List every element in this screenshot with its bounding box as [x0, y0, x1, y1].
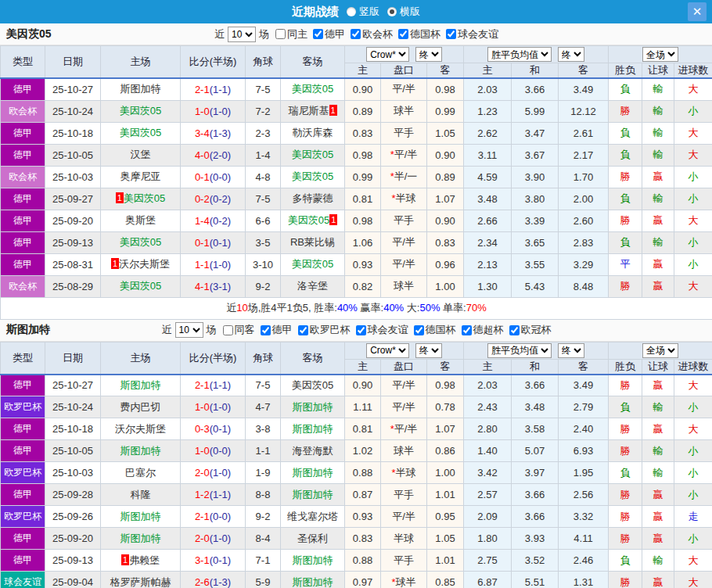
radio-icon-selected[interactable] [387, 7, 397, 16]
avg-home: 2.34 [464, 231, 512, 253]
league-checkbox[interactable] [351, 29, 361, 39]
handicap: *半球 [381, 188, 427, 210]
odds-source-select[interactable]: Crow* [366, 47, 409, 62]
league-filter[interactable]: 德国杯 [408, 323, 456, 337]
final-odds-select[interactable]: 终 [415, 343, 442, 358]
col-away-odds: 客 [427, 359, 464, 375]
avg-draw: 5.43 [512, 275, 559, 297]
away-odds: 0.78 [427, 396, 464, 418]
league-checkbox[interactable] [398, 29, 408, 39]
home-team: 斯图加特 [101, 506, 181, 528]
league-checkbox[interactable] [414, 325, 424, 335]
close-icon[interactable]: ✕ [688, 2, 707, 21]
handicap: 平/半 [381, 506, 427, 528]
result-goals: 大 [674, 122, 712, 144]
result-goals: 大 [674, 275, 712, 297]
final-avg-select[interactable]: 终 [558, 343, 584, 358]
layout-option-vertical[interactable]: 竖版 [339, 5, 379, 19]
avg-away: 2.79 [559, 396, 609, 418]
league-filter[interactable]: 球会友谊 [351, 323, 408, 337]
league-filter[interactable]: 球会友谊 [441, 27, 498, 41]
away-odds: 0.85 [427, 572, 464, 588]
league-checkbox[interactable] [313, 29, 323, 39]
col-goals: 进球数 [674, 359, 712, 375]
recent-count-select[interactable]: 10 [175, 322, 203, 338]
league-filter[interactable]: 德甲 [307, 27, 345, 41]
match-type-badge: 欧会杯 [1, 166, 45, 188]
team-label: 沃尔夫斯堡 [119, 258, 170, 270]
col-away-odds: 客 [427, 63, 464, 79]
away-odds: 1.01 [427, 550, 464, 572]
avg-home: 2.57 [464, 484, 512, 506]
team-label: 瑞尼斯基 [289, 105, 329, 117]
col-let-goal: 让球 [642, 63, 674, 79]
final-avg-select[interactable]: 终 [558, 47, 584, 62]
match-type-badge: 欧会杯 [1, 100, 45, 122]
avg-home: 1.40 [464, 440, 512, 462]
result-goals: 小 [674, 100, 712, 122]
league-filter[interactable]: 德国杯 [393, 27, 441, 41]
league-filter[interactable]: 欧冠杯 [504, 323, 552, 337]
handicap: 球半 [381, 440, 427, 462]
section-header-mainz: 美因茨05 近 10 场 同主 德甲欧会杯德国杯球会友谊 [0, 23, 712, 45]
avg-home: 2.80 [464, 418, 512, 440]
same-venue-checkbox[interactable] [223, 325, 233, 335]
filter-bar: 近 10 场 同客 德甲欧罗巴杯球会友谊德国杯德超杯欧冠杯 [161, 322, 552, 338]
avg-away: 4.11 [559, 528, 609, 550]
corner-count: 5-9 [246, 572, 281, 588]
avg-away: 6.93 [559, 440, 609, 462]
away-team: 圣保利 [281, 528, 345, 550]
match-score: 1-4(0-2) [181, 210, 246, 231]
home-team: 美因茨05 [101, 231, 181, 253]
league-filter[interactable]: 德超杯 [456, 323, 504, 337]
summary-segment: 单率: [440, 302, 466, 314]
layout-option-horizontal[interactable]: 横版 [379, 5, 420, 19]
avg-draw: 3.66 [512, 375, 559, 396]
same-venue-filter[interactable]: 同主 [270, 27, 307, 41]
league-filter[interactable]: 德甲 [255, 323, 293, 337]
final-odds-select[interactable]: 终 [415, 47, 442, 62]
result-wdl: 負 [609, 231, 642, 253]
away-team: 海登海默 [281, 440, 345, 462]
match-type-badge: 德甲 [1, 231, 45, 253]
radio-label-vertical[interactable]: 竖版 [359, 5, 379, 19]
home-team: 1沃尔夫斯堡 [101, 253, 181, 275]
odds-source-select[interactable]: Crow* [366, 343, 409, 358]
league-checkbox[interactable] [462, 325, 472, 335]
dialog-title: 近期战绩 [292, 5, 339, 20]
same-venue-filter[interactable]: 同客 [218, 323, 255, 337]
league-filter[interactable]: 欧会杯 [345, 27, 393, 41]
match-row: 德甲25-09-131弗赖堡3-1(0-1)7-1斯图加特0.88平手1.012… [1, 550, 712, 572]
match-score: 1-0(0-0) [181, 440, 246, 462]
league-checkbox[interactable] [509, 325, 520, 335]
team-label: 斯图加特 [120, 379, 161, 391]
away-team: 美因茨05 [281, 166, 345, 188]
team-label: 海登海默 [293, 445, 333, 457]
match-type-badge: 德甲 [1, 188, 45, 210]
league-label: 德超杯 [473, 323, 504, 337]
handicap: 平/半 [381, 396, 427, 418]
home-odds: 0.81 [345, 418, 381, 440]
team-label: 美因茨05 [120, 280, 161, 292]
stats-summary-row: 近10场,胜4平1负5, 胜率:40% 赢率:40% 大:50% 单率:70% [1, 297, 712, 319]
avg-select[interactable]: 胜平负均值 [487, 343, 552, 358]
same-venue-checkbox[interactable] [275, 29, 286, 39]
radio-icon[interactable] [347, 7, 356, 16]
avg-draw: 3.58 [512, 418, 559, 440]
league-checkbox[interactable] [356, 325, 366, 335]
scope-select[interactable]: 全场 [642, 343, 678, 358]
result-goals: 小 [674, 462, 712, 484]
league-filter[interactable]: 欧罗巴杯 [293, 323, 351, 337]
league-checkbox[interactable] [298, 325, 308, 335]
home-odds: 0.99 [345, 166, 381, 188]
radio-label-horizontal[interactable]: 横版 [400, 5, 420, 19]
col-avg-draw: 和 [512, 63, 559, 79]
recent-count-select[interactable]: 10 [228, 27, 256, 42]
match-type-badge: 德甲 [1, 418, 45, 440]
scope-select[interactable]: 全场 [642, 47, 678, 62]
result-goals: 大 [674, 78, 712, 100]
avg-select[interactable]: 胜平负均值 [487, 47, 552, 62]
league-checkbox[interactable] [261, 325, 271, 335]
league-checkbox[interactable] [446, 29, 456, 39]
scope-group-header: 全场 [609, 342, 712, 359]
